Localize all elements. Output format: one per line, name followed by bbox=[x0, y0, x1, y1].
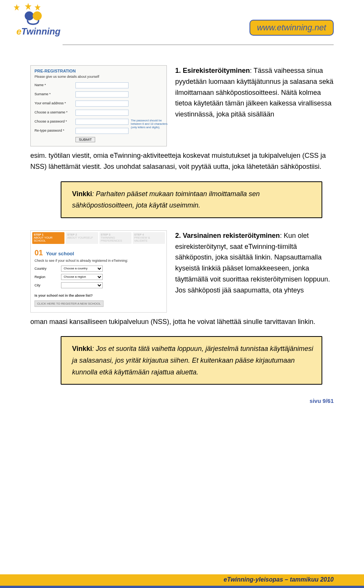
tab-step1[interactable]: STEP 1 ABOUT YOUR SCHOOL bbox=[32, 232, 64, 244]
step-tabs: STEP 1 ABOUT YOUR SCHOOL STEP 2 ABOUT YO… bbox=[32, 232, 165, 244]
retype-input[interactable] bbox=[75, 128, 129, 134]
password-hint: The password should be between 6 and 10 … bbox=[131, 119, 169, 129]
password-label: Choose a password * bbox=[35, 119, 75, 123]
submit-button[interactable]: SUBMIT bbox=[75, 137, 95, 142]
city-select[interactable] bbox=[61, 282, 103, 288]
school-step-number: 01 bbox=[35, 248, 43, 257]
tip-box-1: Vinkki: Parhaiten pääset mukaan toiminta… bbox=[61, 181, 322, 218]
section2-title: 2. Varsinainen rekisteröityminen bbox=[175, 232, 280, 239]
country-select[interactable]: Choose a country bbox=[61, 266, 103, 272]
tab-step4[interactable]: STEP 4 PREVIEW & VALIDATE bbox=[133, 232, 165, 244]
register-new-school-button[interactable]: CLICK HERE TO REGISTER A NEW SCHOOL bbox=[35, 300, 104, 307]
svg-point-1 bbox=[33, 11, 42, 20]
prereg-title: PRE-REGISTRATION bbox=[35, 69, 163, 73]
school-title: Your school bbox=[46, 251, 74, 256]
tip2-label: Vinkki bbox=[72, 345, 92, 352]
step3-label: TWINNING PREFERENCES bbox=[101, 236, 122, 242]
section1-title: 1. Esirekisteröityminen bbox=[175, 67, 250, 74]
password-input[interactable] bbox=[75, 119, 129, 125]
section1-top-paragraph: 1. Esirekisteröityminen: Tässä vaiheessa… bbox=[175, 65, 334, 140]
name-input[interactable] bbox=[75, 82, 129, 88]
footer-accent-bar bbox=[0, 586, 364, 588]
region-label: Region bbox=[35, 275, 61, 279]
etwinning-logo: e Twinning bbox=[9, 3, 66, 46]
section2-top-paragraph: 2. Varsinainen rekisteröityminen: Kun ol… bbox=[175, 230, 334, 307]
url-badge: www.etwinning.net bbox=[249, 20, 334, 36]
name-label: Name * bbox=[35, 82, 75, 87]
section2-text-a: : Kun olet esirekisteröitynyt, saat eTwi… bbox=[175, 232, 330, 294]
page-footer: eTwinning-yleisopas – tammikuu 2010 bbox=[0, 574, 364, 588]
surname-label: Surname * bbox=[35, 91, 75, 96]
region-select[interactable]: Choose a region bbox=[61, 274, 103, 280]
school-registration-form: STEP 1 ABOUT YOUR SCHOOL STEP 2 ABOUT YO… bbox=[30, 230, 167, 313]
tip1-text: : Parhaiten pääset mukaan toimintaan ilm… bbox=[72, 190, 260, 209]
prereg-subtitle: Please give us some details about yourse… bbox=[35, 75, 163, 79]
email-label: Your email address * bbox=[35, 101, 75, 105]
pre-registration-form: PRE-REGISTRATION Please give us some det… bbox=[30, 65, 167, 146]
school-check-text: Check to see if your school is already r… bbox=[32, 259, 165, 263]
svg-text:Twinning: Twinning bbox=[21, 26, 61, 36]
section2-bottom-paragraph: oman maasi kansalliseen tukipalveluun (N… bbox=[30, 316, 334, 327]
tab-step2[interactable]: STEP 2 ABOUT YOURSELF bbox=[66, 232, 98, 244]
retype-label: Re-type password * bbox=[35, 128, 75, 132]
page-number: sivu 9/61 bbox=[30, 398, 334, 404]
section1-text-a: : Tässä vaiheessa sinua pyydetään luomaa… bbox=[175, 67, 333, 118]
school-not-in-list-text: Is your school not in the above list? bbox=[32, 291, 165, 299]
country-label: Country bbox=[35, 267, 61, 270]
step2-label: ABOUT YOURSELF bbox=[67, 236, 93, 239]
section1-bottom-paragraph: esim. työtilan viestit, omia eTwinning-a… bbox=[30, 150, 334, 172]
step4-label: PREVIEW & VALIDATE bbox=[134, 236, 150, 242]
step1-label: ABOUT YOUR SCHOOL bbox=[34, 236, 52, 242]
svg-point-0 bbox=[25, 11, 34, 20]
footer-text: eTwinning-yleisopas – tammikuu 2010 bbox=[0, 574, 364, 586]
svg-text:e: e bbox=[16, 26, 21, 36]
tip-box-2: Vinkki: Jos et suorita tätä vaihetta lop… bbox=[61, 336, 322, 385]
page-header: e Twinning www.etwinning.net bbox=[30, 5, 334, 46]
username-input[interactable] bbox=[75, 110, 129, 116]
surname-input[interactable] bbox=[75, 91, 129, 97]
city-label: City bbox=[35, 283, 61, 287]
header-divider bbox=[63, 44, 334, 45]
email-input[interactable] bbox=[75, 101, 129, 107]
tab-step3[interactable]: STEP 3 TWINNING PREFERENCES bbox=[99, 232, 132, 244]
tip1-label: Vinkki bbox=[72, 190, 92, 198]
tip2-text: : Jos et suorita tätä vaihetta loppuun, … bbox=[72, 345, 313, 376]
username-label: Choose a username * bbox=[35, 110, 75, 114]
